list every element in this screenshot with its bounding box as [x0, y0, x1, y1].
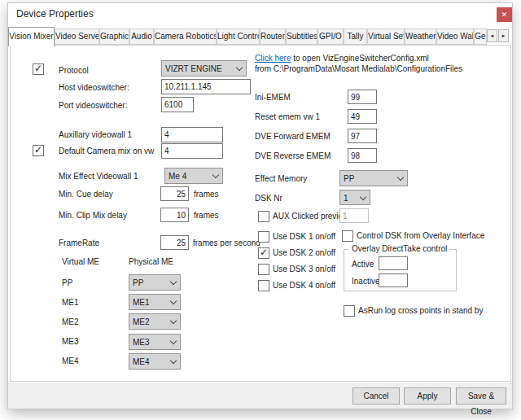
- asrun-log-checkbox[interactable]: [344, 305, 355, 317]
- physical-me1-value: ME1: [133, 298, 150, 307]
- host-videoswitcher-label: Host videoswitcher:: [59, 83, 129, 92]
- use-dsk4-label: Use DSK 4 on/off: [273, 281, 335, 290]
- apply-button[interactable]: Apply: [404, 387, 451, 405]
- min-clip-mix-delay-input[interactable]: [160, 208, 189, 222]
- use-dsk2-label: Use DSK 2 on/off: [273, 248, 335, 257]
- framerate-label: FrameRate: [59, 238, 99, 247]
- screen: Device Properties ✕ Vision Mixer Video S…: [0, 0, 521, 420]
- min-clip-mix-delay-unit: frames: [194, 211, 219, 220]
- port-videoswitcher-label: Port videoswitcher:: [59, 101, 127, 110]
- protocol-label: Protocol: [59, 66, 89, 75]
- mix-effect-selected-value: Me 4: [169, 172, 186, 181]
- ini-emem-input[interactable]: [348, 90, 377, 104]
- aux-clicked-preview-checkbox[interactable]: [258, 211, 269, 222]
- dsk-nr-label: DSK Nr: [255, 194, 282, 203]
- chevron-down-icon: [360, 194, 366, 200]
- config-link-line2: from C:\ProgramData\Mosart Medialab\Conf…: [255, 64, 462, 73]
- virtual-me3-label: ME3: [62, 337, 79, 346]
- physical-me3-select[interactable]: ME3: [129, 334, 181, 350]
- virtual-me2-label: ME2: [62, 317, 79, 326]
- cancel-button[interactable]: Cancel: [352, 387, 400, 405]
- tab-router[interactable]: Router: [260, 28, 286, 45]
- tab-subtitles[interactable]: Subtitles: [286, 28, 317, 45]
- min-cue-delay-label: Min. Cue delay: [59, 190, 113, 199]
- physical-me1-select[interactable]: ME1: [129, 294, 181, 310]
- dve-forward-emem-input[interactable]: [348, 129, 377, 143]
- dve-reverse-emem-input[interactable]: [348, 148, 377, 163]
- dsk-nr-value: 1: [344, 193, 348, 202]
- min-clip-mix-delay-label: Min. Clip Mix delay: [59, 211, 127, 220]
- chevron-down-icon: [170, 298, 177, 304]
- arrow-left-icon: ◄: [490, 33, 495, 38]
- min-cue-delay-input[interactable]: [160, 186, 189, 201]
- config-link[interactable]: Click here: [255, 54, 291, 63]
- reset-emem-input[interactable]: [348, 109, 377, 124]
- tab-video-wall[interactable]: Video Wall: [436, 28, 474, 45]
- virtual-me1-label: ME1: [62, 298, 79, 307]
- chevron-down-icon: [170, 338, 177, 344]
- inactive-label: Inactive: [352, 277, 379, 286]
- physical-me-pp-value: PP: [133, 278, 143, 287]
- chevron-down-icon: [170, 357, 177, 364]
- window-title: Device Properties: [16, 8, 94, 20]
- tab-video-servers[interactable]: Video Servers: [55, 28, 99, 45]
- chevron-down-icon: [170, 317, 177, 324]
- physical-me4-select[interactable]: ME4: [129, 353, 181, 370]
- mix-effect-videowall-select[interactable]: Me 4: [164, 168, 223, 184]
- dsk-nr-select[interactable]: 1: [339, 190, 370, 205]
- effect-memory-select[interactable]: PP: [339, 170, 408, 186]
- physical-me-pp-select[interactable]: PP: [129, 274, 181, 291]
- default-camera-mix-checkbox[interactable]: [33, 145, 44, 156]
- effect-memory-value: PP: [344, 174, 354, 183]
- physical-me-header: Physical ME: [129, 257, 173, 266]
- asrun-log-label: AsRun log cross points in stand by: [358, 306, 483, 315]
- use-dsk3-checkbox[interactable]: [258, 264, 269, 275]
- tab-scroll-left-button[interactable]: ◄: [487, 29, 497, 42]
- use-dsk2-checkbox[interactable]: [258, 247, 269, 259]
- default-camera-mix-input[interactable]: [161, 143, 223, 159]
- tab-general-truncated[interactable]: Ge: [474, 28, 487, 45]
- chevron-down-icon: [236, 64, 243, 71]
- framerate-unit: frames per second: [193, 238, 260, 247]
- tab-graphics[interactable]: Graphics: [99, 28, 129, 45]
- physical-me3-value: ME3: [133, 338, 150, 347]
- protocol-select[interactable]: VIZRT ENGINE: [161, 60, 247, 77]
- use-dsk3-label: Use DSK 3 on/off: [273, 265, 335, 273]
- chevron-down-icon: [212, 172, 219, 178]
- physical-me2-select[interactable]: ME2: [129, 313, 181, 330]
- close-icon: ✕: [501, 11, 508, 19]
- chevron-down-icon: [397, 174, 404, 181]
- auxillary-videowall-input[interactable]: [161, 127, 223, 142]
- tab-tally[interactable]: Tally: [344, 28, 367, 45]
- chevron-down-icon: [170, 278, 177, 285]
- tab-scroll-right-button[interactable]: ►: [498, 29, 509, 42]
- save-close-button[interactable]: Save & Close: [456, 387, 506, 405]
- tab-audio[interactable]: Audio: [129, 28, 154, 45]
- aux-clicked-preview-label: AUX Clicked preview: [273, 212, 348, 221]
- ini-emem-label: Ini-EMEM: [255, 93, 291, 102]
- tab-weather[interactable]: Weather: [405, 28, 436, 45]
- host-videoswitcher-input[interactable]: [161, 79, 251, 94]
- physical-me2-value: ME2: [133, 317, 150, 326]
- framerate-input[interactable]: [160, 235, 189, 250]
- tab-vision-mixer[interactable]: Vision Mixer: [8, 27, 55, 46]
- close-button[interactable]: ✕: [497, 7, 512, 22]
- physical-me4-value: ME4: [133, 357, 150, 366]
- port-videoswitcher-input[interactable]: [161, 97, 194, 112]
- tab-gpio[interactable]: GPI/O: [317, 28, 344, 45]
- use-dsk1-checkbox[interactable]: [258, 231, 269, 243]
- tab-virtual-set[interactable]: Virtual Set: [367, 28, 405, 45]
- active-input[interactable]: [379, 256, 408, 270]
- control-dsk-label: Control DSK from Overlay Interface: [357, 231, 484, 240]
- control-dsk-checkbox[interactable]: [342, 230, 353, 242]
- active-label: Active: [352, 260, 374, 269]
- tab-light-control[interactable]: Light Control: [217, 28, 260, 45]
- tab-camera-robotics[interactable]: Camera Robotics: [154, 28, 217, 45]
- protocol-enabled-checkbox[interactable]: [33, 63, 44, 75]
- inactive-input[interactable]: [379, 273, 408, 287]
- min-cue-delay-unit: frames: [194, 190, 219, 199]
- config-link-after: to open VizEngineSwitcherConfig.xml: [291, 54, 428, 63]
- virtual-me4-label: ME4: [62, 357, 79, 365]
- use-dsk4-checkbox[interactable]: [258, 280, 269, 291]
- aux-clicked-preview-input: [339, 208, 369, 223]
